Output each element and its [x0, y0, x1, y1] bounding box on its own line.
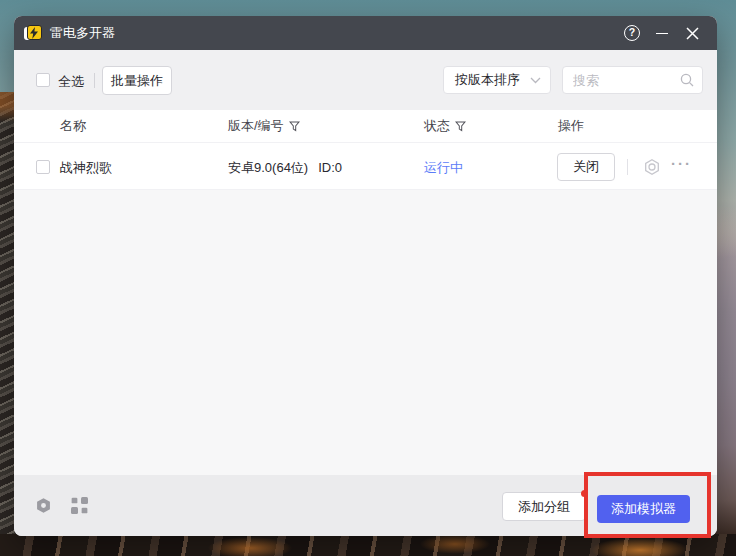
- column-header-actions: 操作: [558, 110, 584, 142]
- more-options-button[interactable]: ···: [671, 155, 692, 172]
- chevron-down-icon: [530, 77, 541, 84]
- sort-dropdown-value: 按版本排序: [455, 71, 530, 89]
- toolbar: 全选 批量操作 按版本排序: [14, 50, 717, 110]
- add-emulator-button[interactable]: 添加模拟器: [597, 495, 690, 523]
- column-header-status: 状态: [424, 110, 466, 142]
- app-window: 雷电多开器 ? 全选 批量操作 按版本排序: [14, 16, 717, 536]
- select-all-label: 全选: [58, 73, 84, 91]
- close-button[interactable]: [677, 19, 707, 47]
- window-title: 雷电多开器: [50, 24, 115, 42]
- column-header-version: 版本/编号: [228, 110, 300, 142]
- instance-settings-button[interactable]: [643, 158, 661, 176]
- grid-icon: [72, 498, 78, 504]
- search-icon: [680, 73, 694, 87]
- help-button[interactable]: ?: [617, 19, 647, 47]
- add-group-button[interactable]: 添加分组: [502, 492, 586, 521]
- column-header-name: 名称: [60, 110, 86, 142]
- minimize-icon: [656, 33, 668, 34]
- table-header: 名称 版本/编号 状态 操作: [14, 110, 717, 142]
- app-logo-icon: [26, 25, 42, 41]
- instance-version: 安卓9.0(64位)ID:0: [228, 159, 342, 177]
- select-all-checkbox[interactable]: [36, 73, 50, 87]
- gear-filled-icon: [35, 497, 52, 514]
- instance-name: 战神烈歌: [60, 159, 112, 177]
- sort-dropdown[interactable]: 按版本排序: [443, 66, 551, 94]
- footer-bar: 添加分组 添加模拟器: [14, 475, 717, 536]
- toolbar-divider: [94, 73, 95, 88]
- more-icon: ···: [671, 155, 692, 172]
- row-divider: [627, 159, 628, 175]
- search-input[interactable]: [573, 73, 680, 88]
- instance-list-empty-area: [14, 190, 717, 475]
- filter-icon[interactable]: [455, 121, 466, 132]
- titlebar: 雷电多开器 ?: [14, 16, 717, 50]
- filter-icon[interactable]: [289, 121, 300, 132]
- help-icon: ?: [624, 25, 640, 41]
- instance-id: ID:0: [318, 160, 342, 175]
- table-row: 战神烈歌 安卓9.0(64位)ID:0 运行中 关闭 ···: [14, 142, 717, 190]
- notification-dot: [581, 490, 588, 497]
- search-box: [562, 66, 703, 94]
- global-settings-button[interactable]: [35, 497, 52, 518]
- close-icon: [686, 27, 699, 40]
- row-checkbox[interactable]: [36, 160, 50, 174]
- close-instance-button[interactable]: 关闭: [557, 153, 615, 181]
- gear-icon: [643, 158, 661, 176]
- minimize-button[interactable]: [647, 19, 677, 47]
- batch-operations-button[interactable]: 批量操作: [102, 66, 172, 95]
- wallpaper-rocks-bottom: [0, 534, 736, 556]
- status-badge: 运行中: [424, 159, 463, 177]
- layout-grid-button[interactable]: [71, 497, 88, 514]
